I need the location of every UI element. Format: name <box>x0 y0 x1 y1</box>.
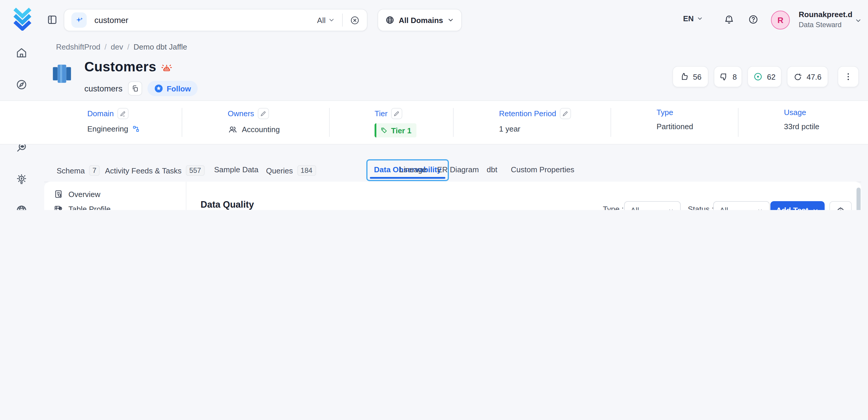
section-title: Data Quality <box>200 200 254 210</box>
metadata-divider <box>611 108 611 137</box>
domain-label[interactable]: Domain <box>87 109 114 118</box>
thumbs-down-icon <box>719 72 728 82</box>
linked-domain-icon[interactable] <box>132 125 140 133</box>
user-name: Rounakpreet.d <box>799 10 852 19</box>
quality-score-button[interactable]: 62 <box>747 66 782 87</box>
downvote-button[interactable]: 8 <box>714 66 742 87</box>
clear-search-icon[interactable] <box>350 15 360 25</box>
type-label[interactable]: Type <box>656 108 673 117</box>
copy-icon <box>131 85 138 92</box>
language-selector[interactable]: EN <box>683 14 703 23</box>
metadata-divider <box>738 108 739 137</box>
active-tab-underline <box>370 177 445 179</box>
redshift-asset-icon <box>50 61 74 86</box>
sidebar-toggle-icon[interactable] <box>46 14 58 25</box>
usage-metric-button[interactable]: 47.6 <box>787 66 828 87</box>
upvote-count: 56 <box>693 72 702 81</box>
metadata-type: Type Partitioned <box>656 101 693 144</box>
tag-icon <box>380 127 388 134</box>
tab-schema[interactable]: Schema7 <box>57 165 100 176</box>
refresh-icon <box>794 72 803 81</box>
nav-discover-compass-icon[interactable] <box>16 79 28 91</box>
metadata-owners: Owners Accounting <box>228 101 280 144</box>
edit-retention-button[interactable] <box>560 108 571 119</box>
page-title: Customers <box>84 59 156 75</box>
breadcrumb: RedshiftProd / dev / Demo dbt Jaffle <box>56 42 187 51</box>
language-label: EN <box>683 14 694 23</box>
dq-settings-button[interactable] <box>829 201 852 210</box>
page-scrollbar[interactable] <box>857 187 861 210</box>
subnav-table-profile[interactable]: Table Profile <box>48 202 182 210</box>
add-test-button[interactable]: Add Test <box>770 201 825 210</box>
kebab-menu-icon <box>843 72 853 82</box>
globe-icon <box>385 16 395 25</box>
app-logo[interactable] <box>11 7 34 31</box>
search-divider <box>342 13 343 27</box>
tab-custom-properties[interactable]: Custom Properties <box>511 165 574 174</box>
table-profile-icon <box>54 205 63 210</box>
search-query-text[interactable]: customer <box>94 16 317 25</box>
more-actions-button[interactable] <box>838 66 859 87</box>
circle-dot-icon <box>753 72 763 82</box>
breadcrumb-database[interactable]: Demo dbt Jaffle <box>134 42 187 51</box>
follow-star-icon <box>154 84 163 93</box>
upvote-button[interactable]: 56 <box>673 66 708 87</box>
type-value: Partitioned <box>656 122 693 131</box>
retention-value: 1 year <box>499 124 520 133</box>
nav-domains-globe-icon[interactable] <box>16 204 28 210</box>
asset-tabs: Schema7 Activity Feeds & Tasks557 Sample… <box>44 164 861 182</box>
status-filter-select[interactable]: All <box>713 201 770 210</box>
tab-count-badge: 557 <box>186 165 205 176</box>
domain-value[interactable]: Engineering <box>87 124 128 133</box>
notifications-bell-icon[interactable] <box>724 14 734 25</box>
subnav-overview[interactable]: Overview <box>48 187 182 202</box>
tab-queries[interactable]: Queries184 <box>266 165 316 176</box>
tier-label[interactable]: Tier <box>375 109 388 118</box>
breadcrumb-separator: / <box>104 42 106 51</box>
alert-siren-icon[interactable] <box>160 61 173 74</box>
edit-tier-button[interactable] <box>391 108 402 119</box>
type-filter-label: Type : <box>603 205 624 210</box>
edit-domain-button[interactable] <box>117 108 129 119</box>
chevron-down-icon <box>447 17 454 24</box>
follow-button[interactable]: Follow <box>147 81 197 96</box>
owners-label[interactable]: Owners <box>228 109 254 118</box>
quality-score-count: 62 <box>767 72 776 81</box>
copy-name-button[interactable] <box>128 82 142 96</box>
tab-sample-data[interactable]: Sample Data <box>214 165 258 174</box>
owners-value[interactable]: Accounting <box>242 125 280 134</box>
chevron-down-icon <box>668 207 674 210</box>
app-window: customer All All Domains EN R Rounakpree… <box>0 0 868 210</box>
tab-activity-feeds[interactable]: Activity Feeds & Tasks557 <box>105 165 205 176</box>
nav-insights-bulb-icon[interactable] <box>16 173 28 186</box>
chevron-down-icon <box>328 17 335 24</box>
usage-label[interactable]: Usage <box>784 108 806 117</box>
retention-label[interactable]: Retention Period <box>499 109 556 118</box>
usage-metric-count: 47.6 <box>807 72 822 81</box>
thumbs-up-icon <box>680 72 689 82</box>
global-search-bar[interactable]: customer All <box>64 9 368 31</box>
metadata-band: Domain Engineering Owners Accounting Tie… <box>0 100 868 145</box>
chevron-down-icon <box>812 207 819 210</box>
search-scope-select[interactable]: All <box>317 16 326 25</box>
tab-count-badge: 7 <box>89 165 100 176</box>
breadcrumb-schema[interactable]: dev <box>111 42 123 51</box>
user-avatar[interactable]: R <box>771 11 790 30</box>
user-menu-chevron-icon[interactable] <box>855 17 862 24</box>
all-domains-button[interactable]: All Domains <box>377 9 462 31</box>
help-icon[interactable] <box>748 14 758 25</box>
tab-lineage[interactable]: Lineage <box>399 165 427 174</box>
breadcrumb-separator: / <box>127 42 129 51</box>
tab-er-diagram[interactable]: ER Diagram <box>437 165 479 174</box>
edit-owners-button[interactable] <box>258 108 269 119</box>
tier-value: Tier 1 <box>391 126 411 135</box>
nav-home-icon[interactable] <box>16 47 28 59</box>
type-filter-select[interactable]: All <box>624 201 681 210</box>
metadata-divider <box>182 108 182 137</box>
tier-badge[interactable]: Tier 1 <box>375 123 417 138</box>
tab-dbt[interactable]: dbt <box>487 165 497 174</box>
follow-label: Follow <box>167 84 191 93</box>
breadcrumb-connection[interactable]: RedshiftProd <box>56 42 100 51</box>
downvote-count: 8 <box>733 72 737 81</box>
users-icon <box>228 124 238 134</box>
